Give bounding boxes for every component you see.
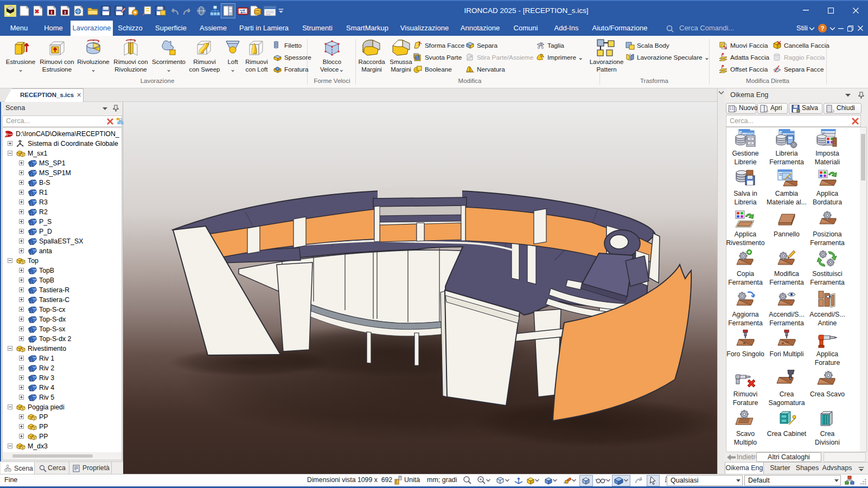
svg-text:I: I (51, 10, 53, 15)
svg-text:I: I (65, 10, 66, 15)
